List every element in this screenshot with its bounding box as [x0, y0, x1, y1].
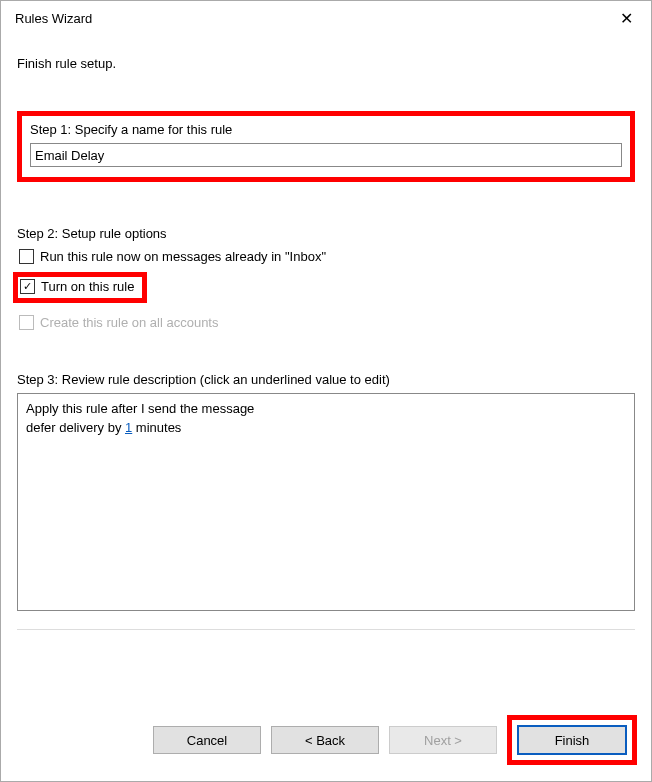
titlebar: Rules Wizard ✕	[1, 1, 651, 32]
footer-separator	[17, 629, 635, 630]
checkbox-turn-on-label: Turn on this rule	[41, 279, 134, 294]
checkbox-run-now-label: Run this rule now on messages already in…	[40, 249, 326, 264]
step1-highlight: Step 1: Specify a name for this rule	[17, 111, 635, 182]
finish-button[interactable]: Finish	[517, 725, 627, 755]
checkbox-run-now-row[interactable]: Run this rule now on messages already in…	[19, 249, 635, 264]
check-icon: ✓	[23, 281, 32, 292]
window-title: Rules Wizard	[15, 11, 92, 26]
back-button[interactable]: < Back	[271, 726, 379, 754]
checkbox-all-accounts	[19, 315, 34, 330]
finish-highlight: Finish	[507, 715, 637, 765]
checkbox-turn-on[interactable]: ✓	[20, 279, 35, 294]
next-button: Next >	[389, 726, 497, 754]
rule-name-input[interactable]	[30, 143, 622, 167]
checkbox-turn-on-highlight: ✓ Turn on this rule	[13, 272, 147, 303]
cancel-button[interactable]: Cancel	[153, 726, 261, 754]
step1-label: Step 1: Specify a name for this rule	[30, 122, 622, 137]
checkbox-all-accounts-label: Create this rule on all accounts	[40, 315, 218, 330]
step2-section: Step 2: Setup rule options Run this rule…	[17, 226, 635, 330]
close-icon[interactable]: ✕	[614, 9, 639, 28]
checkbox-all-accounts-row: Create this rule on all accounts	[19, 315, 635, 330]
checkbox-run-now[interactable]	[19, 249, 34, 264]
intro-text: Finish rule setup.	[17, 56, 635, 71]
step2-label: Step 2: Setup rule options	[17, 226, 635, 241]
desc-line1: Apply this rule after I send the message	[26, 400, 626, 419]
step3-section: Step 3: Review rule description (click a…	[17, 372, 635, 611]
rules-wizard-dialog: Rules Wizard ✕ Finish rule setup. Step 1…	[0, 0, 652, 782]
dialog-content: Finish rule setup. Step 1: Specify a nam…	[1, 32, 651, 611]
rule-description-box[interactable]: Apply this rule after I send the message…	[17, 393, 635, 611]
step3-label: Step 3: Review rule description (click a…	[17, 372, 635, 387]
desc-line2: defer delivery by 1 minutes	[26, 419, 626, 438]
dialog-footer: Cancel < Back Next > Finish	[153, 715, 637, 765]
